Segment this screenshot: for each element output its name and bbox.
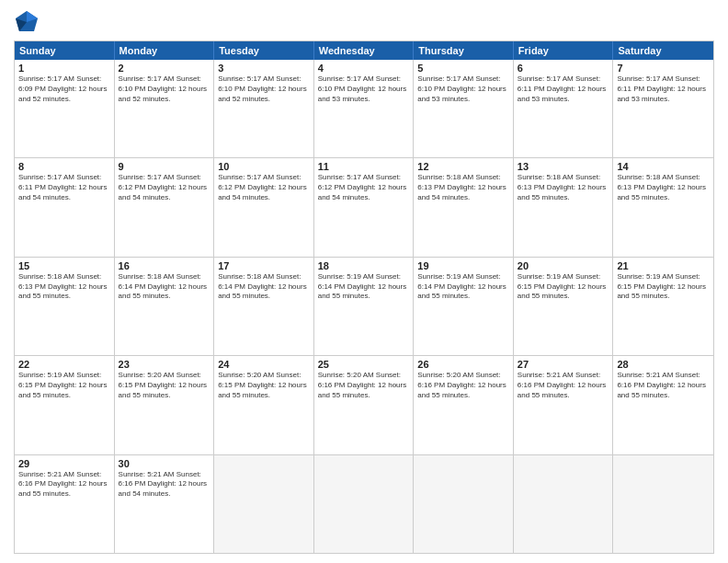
- day-number: 19: [417, 260, 509, 271]
- day-cell-26: 26Sunrise: 5:20 AM Sunset: 6:16 PM Dayli…: [414, 356, 514, 454]
- calendar-header: SundayMondayTuesdayWednesdayThursdayFrid…: [15, 41, 713, 60]
- day-number: 21: [617, 260, 710, 271]
- day-cell-19: 19Sunrise: 5:19 AM Sunset: 6:14 PM Dayli…: [414, 258, 514, 355]
- day-info: Sunrise: 5:17 AM Sunset: 6:10 PM Dayligh…: [218, 75, 310, 104]
- day-info: Sunrise: 5:20 AM Sunset: 6:15 PM Dayligh…: [218, 371, 310, 400]
- empty-cell: [514, 455, 614, 553]
- day-number: 11: [318, 161, 410, 172]
- day-number: 25: [318, 359, 410, 370]
- day-cell-27: 27Sunrise: 5:21 AM Sunset: 6:16 PM Dayli…: [514, 356, 614, 454]
- empty-cell: [214, 455, 314, 553]
- day-cell-28: 28Sunrise: 5:21 AM Sunset: 6:16 PM Dayli…: [613, 356, 713, 454]
- day-info: Sunrise: 5:17 AM Sunset: 6:11 PM Dayligh…: [18, 173, 110, 202]
- day-header-wednesday: Wednesday: [314, 41, 415, 60]
- day-number: 13: [518, 161, 609, 172]
- day-info: Sunrise: 5:17 AM Sunset: 6:12 PM Dayligh…: [318, 173, 410, 202]
- logo-icon: [14, 9, 40, 35]
- day-number: 26: [417, 359, 509, 370]
- day-number: 1: [18, 63, 110, 74]
- day-cell-15: 15Sunrise: 5:18 AM Sunset: 6:13 PM Dayli…: [15, 258, 115, 355]
- day-cell-16: 16Sunrise: 5:18 AM Sunset: 6:14 PM Dayli…: [115, 258, 215, 355]
- day-info: Sunrise: 5:17 AM Sunset: 6:11 PM Dayligh…: [617, 75, 710, 104]
- day-info: Sunrise: 5:17 AM Sunset: 6:12 PM Dayligh…: [119, 173, 210, 202]
- day-cell-9: 9Sunrise: 5:17 AM Sunset: 6:12 PM Daylig…: [115, 158, 215, 256]
- day-info: Sunrise: 5:17 AM Sunset: 6:10 PM Dayligh…: [318, 75, 410, 104]
- day-info: Sunrise: 5:19 AM Sunset: 6:14 PM Dayligh…: [318, 272, 410, 302]
- calendar-row-5: 29Sunrise: 5:21 AM Sunset: 6:16 PM Dayli…: [15, 454, 713, 553]
- day-info: Sunrise: 5:21 AM Sunset: 6:16 PM Dayligh…: [18, 470, 110, 500]
- day-cell-22: 22Sunrise: 5:19 AM Sunset: 6:15 PM Dayli…: [15, 356, 115, 454]
- day-info: Sunrise: 5:18 AM Sunset: 6:14 PM Dayligh…: [218, 272, 310, 302]
- day-cell-14: 14Sunrise: 5:18 AM Sunset: 6:13 PM Dayli…: [613, 158, 713, 256]
- day-number: 30: [119, 458, 210, 469]
- day-cell-5: 5Sunrise: 5:17 AM Sunset: 6:10 PM Daylig…: [414, 60, 514, 157]
- day-cell-7: 7Sunrise: 5:17 AM Sunset: 6:11 PM Daylig…: [613, 60, 713, 157]
- day-number: 8: [18, 161, 110, 172]
- day-number: 10: [218, 161, 310, 172]
- day-number: 23: [119, 359, 210, 370]
- day-info: Sunrise: 5:20 AM Sunset: 6:15 PM Dayligh…: [119, 371, 210, 400]
- day-cell-2: 2Sunrise: 5:17 AM Sunset: 6:10 PM Daylig…: [115, 60, 215, 157]
- day-info: Sunrise: 5:18 AM Sunset: 6:13 PM Dayligh…: [518, 173, 609, 202]
- day-info: Sunrise: 5:17 AM Sunset: 6:10 PM Dayligh…: [119, 75, 210, 104]
- day-number: 29: [18, 458, 110, 469]
- day-header-sunday: Sunday: [15, 41, 115, 60]
- day-number: 24: [218, 359, 310, 370]
- day-header-monday: Monday: [115, 41, 215, 60]
- day-cell-21: 21Sunrise: 5:19 AM Sunset: 6:15 PM Dayli…: [613, 258, 713, 355]
- day-info: Sunrise: 5:18 AM Sunset: 6:13 PM Dayligh…: [617, 173, 710, 202]
- day-cell-17: 17Sunrise: 5:18 AM Sunset: 6:14 PM Dayli…: [214, 258, 314, 355]
- day-cell-8: 8Sunrise: 5:17 AM Sunset: 6:11 PM Daylig…: [15, 158, 115, 256]
- day-info: Sunrise: 5:17 AM Sunset: 6:11 PM Dayligh…: [518, 75, 609, 104]
- calendar-row-3: 15Sunrise: 5:18 AM Sunset: 6:13 PM Dayli…: [15, 257, 713, 355]
- day-info: Sunrise: 5:21 AM Sunset: 6:16 PM Dayligh…: [617, 371, 710, 400]
- day-number: 14: [617, 161, 710, 172]
- day-info: Sunrise: 5:20 AM Sunset: 6:16 PM Dayligh…: [318, 371, 410, 400]
- day-info: Sunrise: 5:19 AM Sunset: 6:15 PM Dayligh…: [518, 272, 609, 302]
- day-info: Sunrise: 5:19 AM Sunset: 6:15 PM Dayligh…: [617, 272, 710, 302]
- day-header-thursday: Thursday: [414, 41, 514, 60]
- day-number: 12: [417, 161, 509, 172]
- empty-cell: [414, 455, 514, 553]
- calendar: SundayMondayTuesdayWednesdayThursdayFrid…: [14, 40, 714, 554]
- day-cell-24: 24Sunrise: 5:20 AM Sunset: 6:15 PM Dayli…: [214, 356, 314, 454]
- header: [14, 9, 714, 35]
- day-cell-6: 6Sunrise: 5:17 AM Sunset: 6:11 PM Daylig…: [514, 60, 614, 157]
- day-number: 5: [417, 63, 509, 74]
- day-number: 18: [318, 260, 410, 271]
- day-number: 17: [218, 260, 310, 271]
- day-cell-29: 29Sunrise: 5:21 AM Sunset: 6:16 PM Dayli…: [15, 455, 115, 553]
- day-info: Sunrise: 5:17 AM Sunset: 6:10 PM Dayligh…: [417, 75, 509, 104]
- day-cell-30: 30Sunrise: 5:21 AM Sunset: 6:16 PM Dayli…: [115, 455, 215, 553]
- page: SundayMondayTuesdayWednesdayThursdayFrid…: [0, 0, 728, 563]
- day-cell-1: 1Sunrise: 5:17 AM Sunset: 6:09 PM Daylig…: [15, 60, 115, 157]
- day-number: 27: [518, 359, 609, 370]
- day-header-tuesday: Tuesday: [214, 41, 314, 60]
- calendar-row-4: 22Sunrise: 5:19 AM Sunset: 6:15 PM Dayli…: [15, 355, 713, 454]
- day-number: 4: [318, 63, 410, 74]
- day-number: 6: [518, 63, 609, 74]
- day-number: 22: [18, 359, 110, 370]
- day-cell-3: 3Sunrise: 5:17 AM Sunset: 6:10 PM Daylig…: [214, 60, 314, 157]
- day-info: Sunrise: 5:18 AM Sunset: 6:13 PM Dayligh…: [417, 173, 509, 202]
- day-info: Sunrise: 5:21 AM Sunset: 6:16 PM Dayligh…: [518, 371, 609, 400]
- day-number: 28: [617, 359, 710, 370]
- calendar-row-2: 8Sunrise: 5:17 AM Sunset: 6:11 PM Daylig…: [15, 157, 713, 256]
- day-info: Sunrise: 5:17 AM Sunset: 6:12 PM Dayligh…: [218, 173, 310, 202]
- day-number: 7: [617, 63, 710, 74]
- day-number: 3: [218, 63, 310, 74]
- day-number: 16: [119, 260, 210, 271]
- day-cell-23: 23Sunrise: 5:20 AM Sunset: 6:15 PM Dayli…: [115, 356, 215, 454]
- empty-cell: [314, 455, 415, 553]
- empty-cell: [613, 455, 713, 553]
- day-cell-18: 18Sunrise: 5:19 AM Sunset: 6:14 PM Dayli…: [314, 258, 415, 355]
- day-cell-20: 20Sunrise: 5:19 AM Sunset: 6:15 PM Dayli…: [514, 258, 614, 355]
- day-cell-13: 13Sunrise: 5:18 AM Sunset: 6:13 PM Dayli…: [514, 158, 614, 256]
- day-header-friday: Friday: [514, 41, 614, 60]
- day-header-saturday: Saturday: [613, 41, 713, 60]
- day-cell-4: 4Sunrise: 5:17 AM Sunset: 6:10 PM Daylig…: [314, 60, 415, 157]
- day-number: 2: [119, 63, 210, 74]
- day-cell-11: 11Sunrise: 5:17 AM Sunset: 6:12 PM Dayli…: [314, 158, 415, 256]
- day-cell-12: 12Sunrise: 5:18 AM Sunset: 6:13 PM Dayli…: [414, 158, 514, 256]
- day-cell-25: 25Sunrise: 5:20 AM Sunset: 6:16 PM Dayli…: [314, 356, 415, 454]
